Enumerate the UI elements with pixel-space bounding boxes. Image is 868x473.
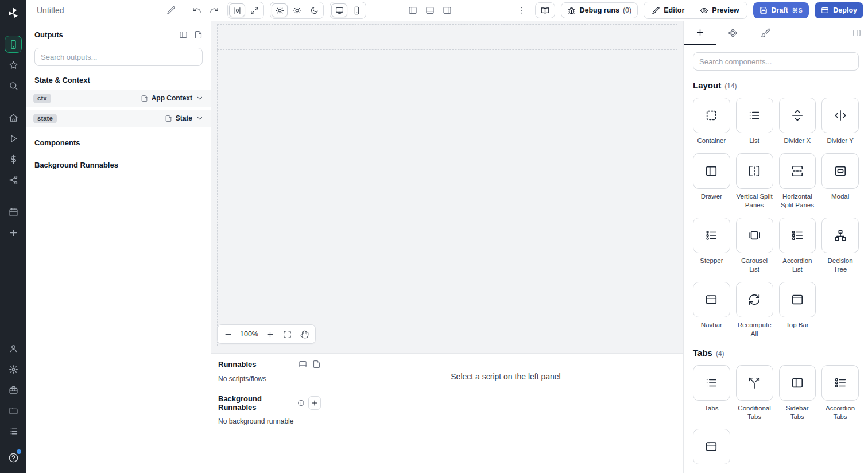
component-card[interactable]: Divider Y: [822, 98, 859, 145]
toggle-bottom-panel-button[interactable]: [423, 3, 437, 18]
section-title: Layout: [693, 80, 721, 90]
info-icon[interactable]: [297, 399, 305, 407]
ctx-type-label: App Context: [152, 94, 192, 102]
component-card[interactable]: Top Bar: [779, 282, 816, 338]
component-card[interactable]: Carousel List: [736, 218, 773, 274]
rail-group-bottom: [5, 340, 22, 440]
rename-icon[interactable]: [166, 6, 176, 15]
state-badge: state: [33, 114, 57, 123]
toggle-left-panel-button[interactable]: [405, 3, 420, 18]
list-button[interactable]: [5, 422, 22, 440]
dollar-button[interactable]: [5, 150, 22, 168]
fixed-width-button[interactable]: [229, 3, 245, 17]
output-row-state[interactable]: state State: [26, 110, 211, 127]
toolbox-button[interactable]: [5, 381, 22, 398]
runnables-title: Runnables: [218, 360, 256, 369]
component-card[interactable]: Drawer: [693, 153, 730, 210]
component-card[interactable]: Modal: [822, 153, 859, 210]
star-button[interactable]: [5, 56, 22, 73]
add-background-runnable-button[interactable]: [308, 396, 321, 410]
divider-y-icon: [834, 109, 847, 122]
app-title[interactable]: Untitled: [37, 6, 64, 15]
preview-tab-button[interactable]: Preview: [692, 2, 746, 18]
undo-icon: [192, 6, 202, 15]
more-menu-button[interactable]: [514, 3, 529, 18]
minus-icon: [224, 330, 232, 339]
help-button[interactable]: [5, 449, 22, 466]
accordion-list-icon: [834, 377, 847, 389]
pencil-icon: [652, 6, 660, 15]
gear-button[interactable]: [5, 360, 22, 378]
editor-tab-button[interactable]: Editor: [644, 2, 692, 18]
plus-button[interactable]: [5, 224, 22, 241]
component-card[interactable]: Sidebar Tabs: [779, 365, 816, 421]
windmill-logo[interactable]: [7, 7, 20, 20]
collapse-panel-icon[interactable]: [179, 30, 188, 39]
component-card[interactable]: List: [736, 98, 773, 145]
user-button[interactable]: [5, 340, 22, 357]
canvas-grid[interactable]: [217, 50, 677, 346]
draft-button[interactable]: Draft ⌘S: [753, 2, 809, 18]
fullscreen-icon: [283, 330, 292, 339]
canvas-width-group: [227, 2, 264, 19]
canvas-top-row[interactable]: [217, 24, 677, 50]
search-button[interactable]: [5, 77, 22, 94]
outputs-search-input[interactable]: [34, 48, 203, 66]
theme-light-button[interactable]: [289, 3, 305, 17]
app-canvas[interactable]: 100%: [211, 21, 683, 353]
debug-runs-button[interactable]: Debug runs (0): [561, 2, 638, 18]
expand-width-button[interactable]: [246, 3, 262, 17]
component-card[interactable]: Accordion List: [779, 218, 816, 274]
play-button[interactable]: [5, 130, 22, 147]
tab-components[interactable]: [716, 21, 749, 45]
tab-insert[interactable]: [684, 21, 716, 45]
notification-dot: [17, 449, 21, 454]
folder-button[interactable]: [5, 402, 22, 419]
desktop-view-button[interactable]: [331, 3, 347, 17]
collapse-right-panel-icon[interactable]: [852, 29, 861, 37]
mobile-view-button[interactable]: [348, 3, 365, 17]
smartphone-icon: [9, 40, 18, 49]
zoom-out-button[interactable]: [220, 327, 236, 342]
deploy-button[interactable]: Deploy: [815, 2, 863, 18]
component-card[interactable]: Stepper: [693, 218, 730, 274]
smartphone-button[interactable]: [5, 36, 22, 53]
component-card[interactable]: [693, 429, 730, 468]
docs-list-icon[interactable]: [312, 360, 321, 369]
sun-dim-icon: [293, 6, 301, 15]
home-button[interactable]: [5, 109, 22, 126]
undo-button[interactable]: [189, 3, 204, 18]
tab-style[interactable]: [749, 21, 782, 45]
component-label: Carousel List: [736, 257, 773, 274]
component-card[interactable]: Decision Tree: [822, 218, 859, 274]
docs-list-icon[interactable]: [194, 30, 203, 39]
component-card[interactable]: Accordion Tabs: [822, 365, 859, 421]
chevron-down-icon[interactable]: [196, 94, 204, 102]
component-card[interactable]: Divider X: [779, 98, 816, 145]
component-card[interactable]: Navbar: [693, 282, 730, 338]
zoom-in-button[interactable]: [262, 327, 278, 342]
output-row-ctx[interactable]: ctx App Context: [26, 90, 211, 107]
calendar-button[interactable]: [5, 203, 22, 220]
topbar-panel-icon: [791, 293, 804, 306]
component-label: Modal: [831, 192, 849, 201]
theme-auto-button[interactable]: [272, 3, 288, 17]
component-card[interactable]: Container: [693, 98, 730, 145]
section-title: Tabs: [693, 348, 712, 358]
fit-view-button[interactable]: [280, 327, 296, 342]
workflow-button[interactable]: [5, 171, 22, 188]
dock-bottom-icon[interactable]: [299, 360, 307, 369]
component-card[interactable]: Recompute All: [736, 282, 773, 338]
save-icon: [760, 6, 768, 14]
component-card[interactable]: Tabs: [693, 365, 730, 421]
component-card[interactable]: Horizontal Split Panes: [779, 153, 816, 210]
pan-button[interactable]: [297, 327, 313, 342]
component-card[interactable]: Vertical Split Panes: [736, 153, 773, 210]
docs-button[interactable]: [535, 2, 555, 18]
component-card[interactable]: Conditional Tabs: [736, 365, 773, 421]
theme-dark-button[interactable]: [306, 3, 322, 17]
redo-button[interactable]: [207, 3, 222, 18]
components-search-input[interactable]: [693, 52, 859, 71]
toggle-right-panel-button[interactable]: [440, 3, 455, 18]
chevron-down-icon[interactable]: [196, 114, 204, 122]
